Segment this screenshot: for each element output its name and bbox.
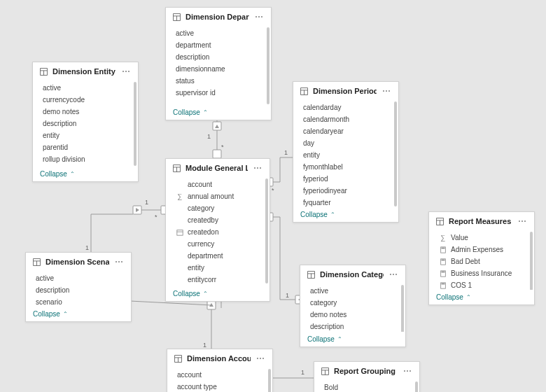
field-item[interactable]: description (26, 284, 131, 296)
field-item[interactable]: calendaryear (293, 125, 398, 137)
svg-rect-52 (176, 230, 182, 235)
field-item[interactable]: createdon (166, 226, 270, 238)
field-item[interactable]: fyperiod (293, 173, 398, 185)
field-item[interactable]: account (166, 178, 270, 190)
table-report-grouping[interactable]: Report Grouping ⋯ Bold Display (314, 361, 420, 392)
svg-rect-35 (207, 301, 216, 309)
calendar-icon (176, 228, 183, 236)
scrollbar[interactable] (267, 27, 270, 104)
more-icon[interactable]: ⋯ (253, 12, 265, 22)
field-item[interactable]: entity (166, 262, 270, 274)
table-dimension-scenario[interactable]: Dimension Scenario ⋯ active description … (25, 252, 132, 322)
field-item[interactable]: department (166, 39, 271, 51)
field-item[interactable]: day (293, 137, 398, 149)
field-item[interactable]: ∑Value (429, 232, 534, 244)
field-item[interactable]: Admin Expenses (429, 244, 534, 255)
svg-rect-69 (441, 259, 444, 260)
field-item[interactable]: dimensionname (166, 63, 271, 75)
collapse-button[interactable]: Collapse⌃ (300, 332, 405, 346)
card-title: Report Grouping (334, 367, 398, 375)
table-report-measures[interactable]: Report Measures ⋯ ∑Value Admin Expenses … (428, 211, 535, 305)
table-dimension-entity[interactable]: Dimension Entity ⋯ active currencycode d… (32, 62, 139, 182)
svg-text:*: * (155, 214, 158, 220)
field-item[interactable]: currencycode (33, 94, 138, 106)
field-item[interactable]: scenario (26, 296, 131, 307)
collapse-button[interactable]: Collapse⌃ (293, 207, 398, 222)
field-item[interactable]: supervisor id (166, 87, 271, 99)
field-item[interactable]: category (166, 202, 270, 214)
field-item[interactable]: active (33, 82, 138, 94)
field-item[interactable]: demo notes (33, 106, 138, 118)
field-item[interactable]: description (166, 51, 271, 63)
field-item[interactable]: fymonthlabel (293, 161, 398, 173)
svg-text:1: 1 (286, 292, 289, 299)
field-item[interactable]: entity (33, 130, 138, 141)
scrollbar[interactable] (265, 178, 268, 284)
more-icon[interactable]: ⋯ (388, 270, 400, 279)
field-item[interactable]: active (300, 285, 405, 297)
field-item[interactable]: rollup division (33, 153, 138, 165)
more-icon[interactable]: ⋯ (113, 257, 125, 267)
field-item[interactable]: demo notes (300, 309, 405, 321)
field-item[interactable]: active (26, 272, 131, 284)
card-header: Dimension Account ⋯ (167, 349, 272, 368)
scrollbar[interactable] (394, 102, 397, 206)
more-icon[interactable]: ⋯ (252, 163, 264, 173)
field-list: calendarday calendarmonth calendaryear d… (293, 100, 398, 207)
more-icon[interactable]: ⋯ (255, 354, 267, 363)
field-item[interactable]: createdby (166, 214, 270, 226)
chevron-up-icon: ⌃ (63, 311, 68, 317)
field-item[interactable]: entity (293, 149, 398, 161)
scrollbar[interactable] (401, 285, 404, 332)
table-dimension-period[interactable]: Dimension Period ⋯ calendarday calendarm… (293, 81, 399, 223)
field-item[interactable]: COS 1 (429, 279, 534, 290)
field-item[interactable]: parentid (33, 141, 138, 153)
chevron-up-icon: ⌃ (466, 294, 471, 300)
table-dimension-account[interactable]: Dimension Account ⋯ account account type… (167, 349, 273, 392)
field-item[interactable]: fyquarter (293, 197, 398, 207)
more-icon[interactable]: ⋯ (381, 86, 393, 96)
field-item[interactable]: category (300, 297, 405, 309)
field-item[interactable]: Bold (314, 382, 419, 392)
card-title: Dimension Period (313, 87, 377, 95)
scrollbar[interactable] (268, 369, 271, 392)
field-item[interactable]: description (33, 118, 138, 130)
scrollbar[interactable] (415, 382, 418, 392)
collapse-button[interactable]: Collapse⌃ (166, 105, 271, 120)
field-item[interactable]: calendarmonth (293, 113, 398, 125)
card-title: Dimension Account (187, 354, 251, 363)
more-icon[interactable]: ⋯ (120, 66, 132, 76)
table-module-general-ledger[interactable]: Module General Ledger ⋯ account ∑annual … (165, 158, 270, 302)
field-item[interactable]: status (166, 75, 271, 87)
scrollbar[interactable] (134, 82, 136, 166)
collapse-button[interactable]: Collapse⌃ (33, 167, 138, 181)
chevron-up-icon: ⌃ (330, 211, 335, 218)
table-icon (38, 66, 48, 76)
field-list: ∑Value Admin Expenses Bad Debt Business … (429, 230, 534, 290)
field-item[interactable]: entitycorr (166, 274, 270, 286)
field-item[interactable]: Business Insurance (429, 267, 534, 279)
field-list: active department description dimensionn… (166, 26, 271, 105)
scrollbar[interactable] (530, 232, 533, 290)
table-dimension-category[interactable]: Dimension Category ⋯ active category dem… (300, 265, 406, 347)
field-item[interactable]: Bad Debt (429, 255, 534, 267)
card-title: Report Measures (449, 217, 512, 225)
field-item[interactable]: active (166, 27, 271, 39)
field-item[interactable]: account (167, 369, 272, 381)
collapse-button[interactable]: Collapse⌃ (166, 286, 270, 301)
svg-text:1: 1 (85, 244, 89, 251)
table-dimension-department[interactable]: Dimension Department ⋯ active department… (165, 7, 272, 120)
field-item[interactable]: fyperiodinyear (293, 185, 398, 197)
field-item[interactable]: account type (167, 381, 272, 392)
svg-marker-11 (215, 125, 219, 128)
field-item[interactable]: ∑annual amount (166, 190, 270, 202)
collapse-button[interactable]: Collapse⌃ (26, 307, 131, 321)
field-item[interactable]: department (166, 250, 270, 262)
field-item[interactable]: currency (166, 238, 270, 250)
collapse-button[interactable]: Collapse⌃ (429, 290, 534, 304)
field-item[interactable]: description (300, 321, 405, 332)
more-icon[interactable]: ⋯ (402, 366, 414, 376)
more-icon[interactable]: ⋯ (517, 216, 528, 226)
field-item[interactable]: calendarday (293, 102, 398, 113)
card-title: Dimension Category (320, 270, 384, 279)
